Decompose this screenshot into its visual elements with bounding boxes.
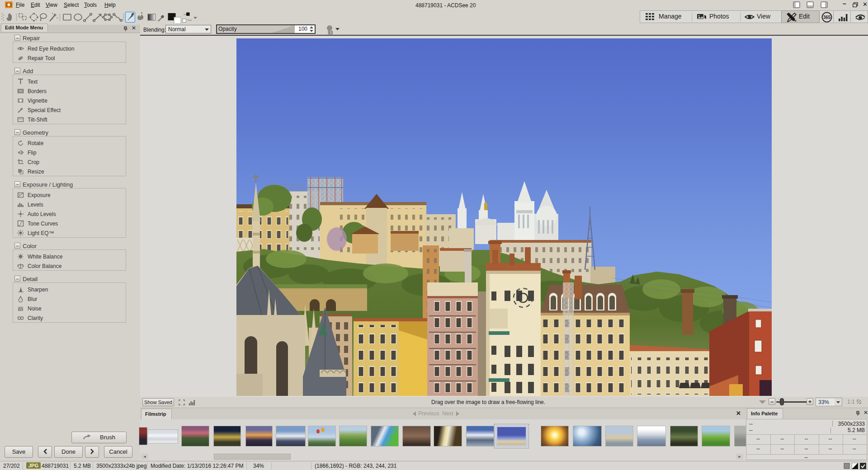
svg-text:365: 365 xyxy=(823,15,831,20)
